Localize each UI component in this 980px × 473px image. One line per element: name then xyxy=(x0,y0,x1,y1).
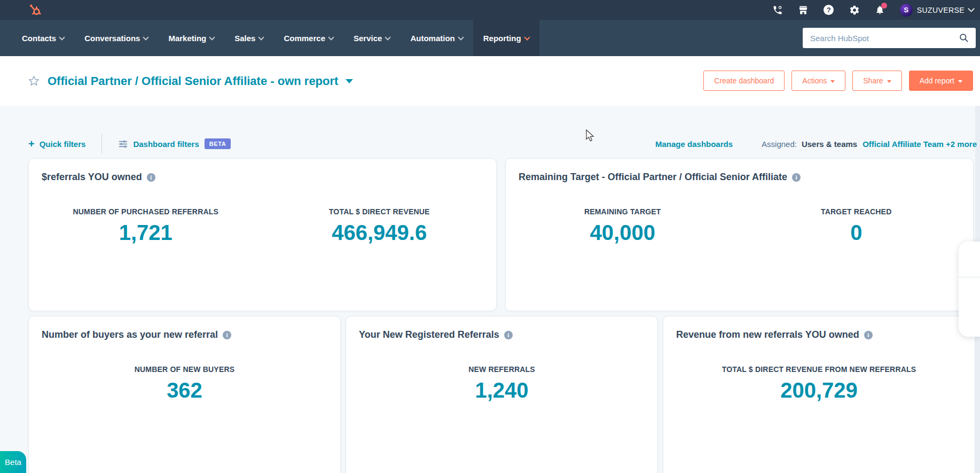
nav-item-sales[interactable]: Sales xyxy=(224,20,273,56)
nav-item-conversations[interactable]: Conversations xyxy=(74,20,158,56)
chevron-down-icon xyxy=(59,34,65,40)
caret-down-icon xyxy=(958,80,962,83)
card-title: Revenue from new referrals YOU owned i xyxy=(663,316,975,340)
metric: NUMBER OF PURCHASED REFERRALS 1,721 xyxy=(29,207,263,245)
metric-label: NUMBER OF PURCHASED REFERRALS xyxy=(29,207,263,216)
header-buttons: Create dashboard Actions Share Add repor… xyxy=(703,71,973,91)
caret-down-icon xyxy=(830,80,835,83)
page-header: Official Partner / Official Senior Affil… xyxy=(0,56,980,106)
filter-bar-left: + Quick filters Dashboard filters BETA xyxy=(28,134,231,153)
nav-item-automation[interactable]: Automation xyxy=(400,20,473,56)
info-icon[interactable]: i xyxy=(864,331,873,339)
filter-bar-right: Manage dashboards Assigned: Users & team… xyxy=(655,134,977,153)
main-nav: Contacts Conversations Marketing Sales C… xyxy=(0,20,980,56)
caret-down-icon xyxy=(887,80,891,83)
help-icon[interactable]: ? xyxy=(823,4,835,16)
divider xyxy=(959,277,980,277)
account-caret-icon xyxy=(968,5,975,12)
search-icon[interactable] xyxy=(959,33,969,43)
title-caret-icon[interactable] xyxy=(346,79,353,83)
card-title: Number of buyers as your new referral i xyxy=(29,316,340,340)
nav-items: Contacts Conversations Marketing Sales C… xyxy=(12,20,539,56)
metric-value[interactable]: 200,729 xyxy=(663,378,975,402)
notifications-icon[interactable] xyxy=(874,4,886,16)
info-icon[interactable]: i xyxy=(504,331,513,339)
card-title: $referrals YOU owned i xyxy=(29,159,496,183)
search-input[interactable] xyxy=(809,33,959,43)
assigned-label: Assigned: xyxy=(762,139,797,149)
mouse-cursor xyxy=(585,129,597,142)
plus-icon: + xyxy=(28,138,35,149)
card-referrals-owned: $referrals YOU owned i NUMBER OF PURCHAS… xyxy=(28,158,497,311)
metric-value[interactable]: 40,000 xyxy=(506,221,740,245)
metrics-row: REMAINING TARGET 40,000 TARGET REACHED 0 xyxy=(506,207,973,245)
chevron-down-icon xyxy=(458,34,464,40)
manage-dashboards-link[interactable]: Manage dashboards xyxy=(655,139,733,149)
metric-value[interactable]: 0 xyxy=(740,221,974,245)
nav-item-contacts[interactable]: Contacts xyxy=(12,20,74,56)
card-new-buyers: Number of buyers as your new referral i … xyxy=(28,316,341,473)
dashboard-filters-link[interactable]: Dashboard filters xyxy=(133,139,199,149)
settings-icon[interactable] xyxy=(849,4,860,16)
info-icon[interactable]: i xyxy=(792,173,801,182)
metrics-row: NUMBER OF PURCHASED REFERRALS 1,721 TOTA… xyxy=(29,207,496,245)
metric-value[interactable]: 1,240 xyxy=(346,378,657,402)
chevron-down-icon xyxy=(209,34,215,40)
metric-value[interactable]: 362 xyxy=(29,378,340,402)
nav-item-marketing[interactable]: Marketing xyxy=(158,20,224,56)
notification-dot xyxy=(881,3,887,9)
metric: NEW REFERRALS 1,240 xyxy=(346,365,657,402)
beta-badge: BETA xyxy=(205,138,231,149)
metrics-row: NEW REFERRALS 1,240 xyxy=(346,365,657,402)
divider xyxy=(101,134,102,153)
card-new-registered-referrals: Your New Registered Referrals i NEW REFE… xyxy=(346,316,658,473)
account-avatar: S xyxy=(900,4,913,17)
top-utility-bar: ? S SUZUVERSE xyxy=(0,0,980,20)
metric: TARGET REACHED 0 xyxy=(740,207,974,245)
account-menu[interactable]: S SUZUVERSE xyxy=(900,4,974,17)
add-report-button[interactable]: Add report xyxy=(909,71,973,91)
metrics-row: NUMBER OF NEW BUYERS 362 xyxy=(29,365,340,402)
share-button[interactable]: Share xyxy=(852,71,901,91)
card-title: Remaining Target - Official Partner / Of… xyxy=(506,159,973,183)
page-title: Official Partner / Official Senior Affil… xyxy=(48,74,338,88)
marketplace-icon[interactable] xyxy=(797,4,809,16)
chevron-down-icon xyxy=(328,34,334,40)
assigned-users-teams: Users & teams xyxy=(802,139,857,149)
chevron-down-icon xyxy=(385,34,391,40)
phone-icon[interactable] xyxy=(772,4,783,16)
quick-filters-link[interactable]: Quick filters xyxy=(40,139,86,149)
info-icon[interactable]: i xyxy=(223,331,231,339)
metric-value[interactable]: 466,949.6 xyxy=(263,221,497,245)
card-title: Your New Registered Referrals i xyxy=(346,316,657,340)
metric-label: NUMBER OF NEW BUYERS xyxy=(29,365,340,374)
hubspot-logo-icon[interactable] xyxy=(28,3,42,17)
topbar-actions: ? S SUZUVERSE xyxy=(772,4,980,17)
beta-corner-tag[interactable]: Beta xyxy=(0,451,26,473)
card-remaining-target: Remaining Target - Official Partner / Of… xyxy=(505,158,974,311)
sliders-icon xyxy=(118,139,128,149)
actions-button[interactable]: Actions xyxy=(791,71,845,91)
favorite-star-icon[interactable] xyxy=(28,75,40,87)
floating-side-widget[interactable] xyxy=(959,242,980,337)
assigned-team-link[interactable]: Official Affiliate Team +2 more xyxy=(863,139,977,149)
metric: REMAINING TARGET 40,000 xyxy=(506,207,740,245)
metric: TOTAL $ DIRECT REVENUE FROM NEW REFERRAL… xyxy=(663,365,975,402)
account-name: SUZUVERSE xyxy=(917,6,965,14)
metric-label: REMAINING TARGET xyxy=(506,207,740,216)
chevron-down-icon xyxy=(524,34,530,40)
metric-label: TOTAL $ DIRECT REVENUE xyxy=(263,207,497,216)
chevron-down-icon xyxy=(143,34,149,40)
chevron-down-icon xyxy=(258,34,264,40)
nav-item-reporting[interactable]: Reporting xyxy=(473,20,539,56)
create-dashboard-button[interactable]: Create dashboard xyxy=(703,71,785,91)
nav-item-service[interactable]: Service xyxy=(343,20,400,56)
card-revenue-new-referrals: Revenue from new referrals YOU owned i T… xyxy=(663,316,975,473)
nav-item-commerce[interactable]: Commerce xyxy=(273,20,343,56)
dashboard-title-wrap: Official Partner / Official Senior Affil… xyxy=(28,56,353,106)
metric-value[interactable]: 1,721 xyxy=(29,221,263,245)
metric-label: NEW REFERRALS xyxy=(346,365,657,374)
help-glyph: ? xyxy=(824,5,834,15)
info-icon[interactable]: i xyxy=(147,173,155,182)
metric-label: TARGET REACHED xyxy=(740,207,974,216)
